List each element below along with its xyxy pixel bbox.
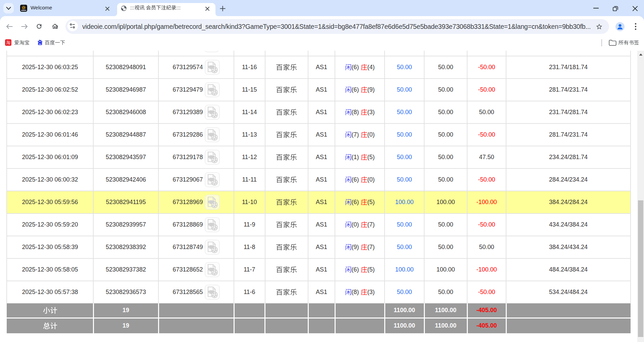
svg-text:du: du xyxy=(39,43,41,45)
